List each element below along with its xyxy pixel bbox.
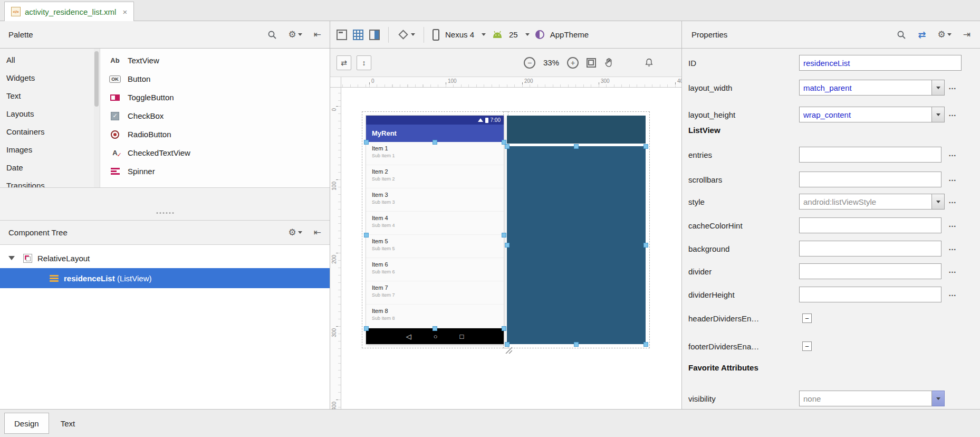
more-options-button[interactable]: …: [948, 265, 957, 274]
blueprint-preview[interactable]: [507, 116, 646, 344]
palette-item-spinner[interactable]: Spinner: [100, 162, 330, 180]
palette-item-checkbox[interactable]: ✓ CheckBox: [100, 107, 330, 125]
palette-category-transitions[interactable]: Transitions: [0, 177, 94, 187]
orientation-icon[interactable]: [397, 31, 415, 38]
palette-category-date[interactable]: Date: [0, 159, 94, 177]
ruler-corner: [330, 77, 341, 88]
selection-handle[interactable]: [574, 342, 579, 347]
style-select[interactable]: android:listViewStyle: [799, 194, 932, 210]
palette-item-checkedtextview[interactable]: A✓ CheckedTextView: [100, 144, 330, 162]
layout-variants-icon[interactable]: [337, 30, 347, 40]
selection-handle[interactable]: [643, 243, 648, 248]
search-icon[interactable]: [267, 30, 277, 40]
hide-panel-icon[interactable]: ⇥: [963, 30, 971, 39]
gear-icon[interactable]: ⚙: [289, 30, 302, 39]
dividerheight-input[interactable]: [799, 287, 941, 302]
more-options-button[interactable]: …: [948, 174, 957, 183]
more-options-button[interactable]: …: [948, 82, 957, 91]
id-input[interactable]: residenceList: [799, 55, 962, 71]
expander-icon[interactable]: [8, 256, 15, 260]
selection-handle[interactable]: [505, 342, 510, 347]
selection-handle[interactable]: [574, 144, 579, 149]
palette-item-button[interactable]: OK Button: [100, 70, 330, 88]
zoom-in-button[interactable]: +: [567, 57, 579, 69]
divider-input[interactable]: [799, 263, 941, 279]
palette-item-togglebutton[interactable]: ToggleButton: [100, 88, 330, 107]
editor-tab-file[interactable]: </> activity_residence_list.xml ×: [4, 2, 134, 21]
panel-splitter[interactable]: [0, 187, 330, 220]
dropdown-arrow-icon[interactable]: [932, 391, 945, 406]
selection-handle[interactable]: [505, 144, 510, 149]
dropdown-arrow-icon[interactable]: [932, 80, 945, 96]
more-options-button[interactable]: …: [948, 196, 957, 205]
palette-category-images[interactable]: Images: [0, 141, 94, 159]
swap-view-icon[interactable]: ⇄: [918, 29, 926, 41]
pan-hand-icon[interactable]: [604, 58, 614, 68]
more-options-button[interactable]: …: [948, 109, 957, 118]
selection-handle[interactable]: [433, 140, 437, 145]
gear-icon[interactable]: ⚙: [938, 30, 952, 39]
theme-selector[interactable]: AppTheme: [550, 30, 589, 39]
more-options-button[interactable]: …: [948, 243, 957, 252]
selection-handle[interactable]: [433, 326, 437, 331]
hide-panel-icon[interactable]: ⇤: [314, 30, 321, 39]
zoom-out-button[interactable]: −: [524, 57, 535, 69]
background-input[interactable]: [799, 241, 941, 256]
selection-handle[interactable]: [502, 233, 506, 238]
default-margins-button[interactable]: ↕: [357, 55, 371, 70]
selection-handle[interactable]: [364, 233, 369, 238]
tree-node-residencelist[interactable]: residenceList (ListView): [0, 268, 330, 288]
selection-handle[interactable]: [505, 243, 510, 248]
palette-scrollbar[interactable]: [94, 49, 100, 187]
device-caret-icon[interactable]: [482, 33, 486, 36]
cachecolorhint-input[interactable]: [799, 217, 941, 233]
headerdividers-checkbox[interactable]: −: [802, 314, 812, 323]
device-selector[interactable]: Nexus 4: [445, 30, 474, 39]
dropdown-arrow-icon[interactable]: [932, 107, 945, 122]
search-icon[interactable]: [897, 30, 906, 40]
scrollbar-thumb[interactable]: [94, 51, 99, 107]
selection-handle[interactable]: [364, 140, 369, 145]
selection-handle[interactable]: [502, 326, 506, 331]
more-options-button[interactable]: …: [948, 220, 957, 229]
tree-node-relativelayout[interactable]: RelativeLayout: [0, 248, 330, 268]
palette-category-text[interactable]: Text: [0, 87, 94, 105]
layout-height-select[interactable]: wrap_content: [799, 107, 932, 122]
scrollbars-input[interactable]: [799, 172, 941, 187]
api-level-selector[interactable]: 25: [509, 30, 518, 39]
blueprint-listview-block[interactable]: [507, 146, 646, 344]
visibility-select[interactable]: none: [799, 391, 932, 406]
gear-icon[interactable]: ⚙: [289, 228, 302, 237]
palette-category-widgets[interactable]: Widgets: [0, 69, 94, 87]
listview-preview[interactable]: Item 1Sub Item 1 Item 2Sub Item 2 Item 3…: [366, 142, 504, 328]
dropdown-arrow-icon[interactable]: [932, 194, 945, 210]
tab-design[interactable]: Design: [4, 413, 49, 434]
layout-width-select[interactable]: match_parent: [799, 80, 932, 96]
notifications-bell-icon[interactable]: [644, 58, 654, 68]
api-caret-icon[interactable]: [525, 33, 530, 36]
splitter-handle-icon[interactable]: [156, 212, 174, 214]
more-options-button[interactable]: …: [948, 149, 957, 158]
component-tree-title: Component Tree: [8, 228, 68, 237]
design-blueprint-toggle-icon[interactable]: [369, 30, 380, 40]
close-tab-icon[interactable]: ×: [122, 7, 127, 16]
show-blueprint-grid-icon[interactable]: [353, 30, 363, 40]
palette-category-all[interactable]: All: [0, 51, 94, 69]
palette-category-layouts[interactable]: Layouts: [0, 105, 94, 123]
selection-handle[interactable]: [643, 342, 648, 347]
hide-panel-icon[interactable]: ⇤: [314, 228, 321, 237]
entries-input[interactable]: [799, 147, 941, 163]
palette-item-textview[interactable]: Ab TextView: [100, 51, 330, 70]
palette-item-radiobutton[interactable]: RadioButton: [100, 125, 330, 144]
property-row-headerdividersenabled: headerDividersEn… −: [682, 309, 980, 328]
selection-handle[interactable]: [364, 326, 369, 331]
zoom-to-fit-icon[interactable]: [587, 58, 596, 68]
tab-text[interactable]: Text: [51, 413, 85, 434]
design-canvas[interactable]: 7:00 MyRent Item 1Sub Item 1 Item 2Sub I…: [341, 88, 681, 409]
more-options-button[interactable]: …: [948, 289, 957, 298]
palette-category-containers[interactable]: Containers: [0, 123, 94, 141]
selection-handle[interactable]: [643, 144, 648, 149]
device-preview[interactable]: 7:00 MyRent Item 1Sub Item 1 Item 2Sub I…: [366, 116, 504, 344]
autoconnect-button[interactable]: ⇄: [337, 55, 351, 70]
footerdividers-checkbox[interactable]: −: [802, 341, 812, 351]
